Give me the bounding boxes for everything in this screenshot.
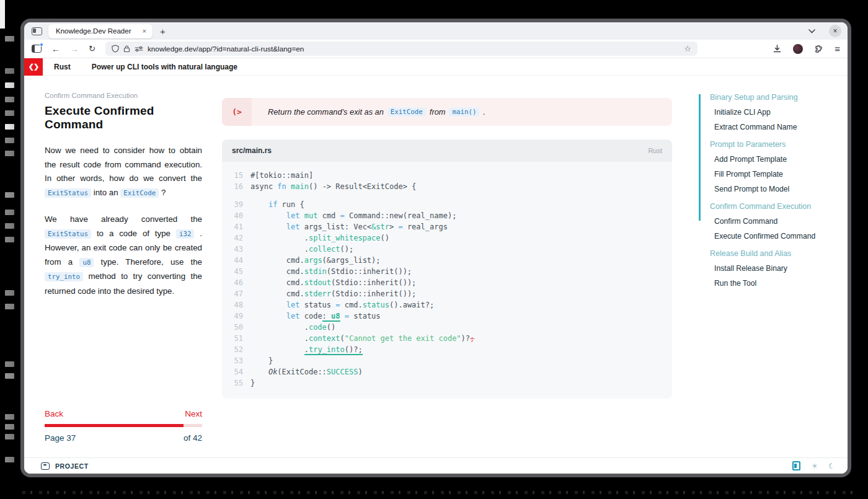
progress-fill xyxy=(45,424,184,427)
tracking-shield-icon[interactable] xyxy=(112,45,119,53)
firefox-view-icon[interactable] xyxy=(32,27,42,35)
code-text: } xyxy=(250,355,273,366)
dock-dot xyxy=(5,68,14,74)
code-line: 50 .code() xyxy=(228,322,662,333)
code-line: 55} xyxy=(228,378,662,389)
page-total: of 42 xyxy=(184,433,202,443)
menu-icon[interactable]: ≡ xyxy=(835,43,840,54)
list-tabs-chevron-icon[interactable] xyxy=(808,29,815,33)
toc-section: Release Build and AliasInstall Release B… xyxy=(710,249,848,288)
notification-dot xyxy=(40,43,43,46)
project-box-icon[interactable] xyxy=(41,462,50,470)
header-language[interactable]: Rust xyxy=(54,63,71,71)
pagination: Back Next Page 37 of 42 xyxy=(45,409,202,443)
callout-text: Return the command’s exit as an ExitCode… xyxy=(252,98,672,126)
dock-dot xyxy=(5,138,14,143)
code-language-badge: Rust xyxy=(648,147,662,154)
toc-item[interactable]: Add Prompt Template xyxy=(710,155,848,164)
toc-item[interactable]: Confirm Command xyxy=(710,217,848,226)
line-number: 45 xyxy=(228,266,243,277)
line-number: 50 xyxy=(228,322,243,333)
toc-item[interactable]: Install Release Binary xyxy=(710,264,848,273)
code-line: 40 let mut cmd = Command::new(real_name)… xyxy=(228,210,662,221)
toc-item[interactable]: Extract Command Name xyxy=(710,123,848,131)
reload-button[interactable]: ↻ xyxy=(89,44,95,53)
code-block: src/main.rs Rust 15#[tokio::main]16async… xyxy=(222,139,672,399)
toc-item[interactable]: Execute Confirmed Command xyxy=(710,232,848,241)
toc-section-title[interactable]: Prompt to Parameters xyxy=(710,140,848,149)
code-text: cmd.args(&args_list); xyxy=(250,255,381,266)
inline-code-chip: ExitCode xyxy=(120,188,159,198)
toc-sections: Binary Setup and ParsingInitialize CLI A… xyxy=(710,93,848,288)
forward-nav-button[interactable]: → xyxy=(70,44,79,54)
toolbar-right-cluster: ≡ xyxy=(761,43,840,54)
dock-dot xyxy=(5,223,14,229)
code-text: let mut cmd = Command::new(real_name); xyxy=(250,210,456,221)
inline-code-chip: ExitStatus xyxy=(45,188,91,198)
code-text: .context("Cannot get the exit code")?; xyxy=(250,333,474,344)
project-label[interactable]: PROJECT xyxy=(55,462,89,470)
toc-item[interactable]: Fill Prompt Template xyxy=(710,170,848,179)
downloads-icon[interactable] xyxy=(773,45,781,53)
lesson-column: Confirm Command Execution Execute Confir… xyxy=(45,76,202,457)
url-text[interactable]: knowledge.dev/app/?id=natural-cli-rust&l… xyxy=(148,45,679,53)
code-text: .try_into()?; xyxy=(250,344,363,355)
toc-section-title[interactable]: Binary Setup and Parsing xyxy=(710,93,848,102)
instruction-callout: (> Return the command’s exit as an ExitC… xyxy=(222,98,672,126)
text-run: Return the command’s exit as an xyxy=(268,107,384,117)
dock-dot xyxy=(5,434,14,439)
inline-code-chip: i32 xyxy=(176,229,195,239)
code-line: 16async fn main() -> Result<ExitCode> { xyxy=(228,181,662,192)
tab-close-icon[interactable]: × xyxy=(141,27,147,35)
reader-mode-icon[interactable] xyxy=(792,461,800,470)
code-line: 15#[tokio::main] xyxy=(228,170,662,181)
code-text: .split_whitespace() xyxy=(250,232,389,244)
line-number: 54 xyxy=(228,366,243,378)
line-number: 40 xyxy=(228,210,243,221)
line-number: 47 xyxy=(228,288,243,299)
knowledge-dev-logo[interactable]: ❮❯ xyxy=(24,58,43,76)
toc-section-title[interactable]: Release Build and Alias xyxy=(710,249,848,258)
status-bar: PROJECT ☀ ☾ xyxy=(24,457,848,474)
sidebar-toggle-icon[interactable] xyxy=(32,45,42,53)
extensions-icon[interactable] xyxy=(815,45,823,53)
toc-section: Prompt to ParametersAdd Prompt TemplateF… xyxy=(710,140,848,193)
toc-item[interactable]: Initialize CLI App xyxy=(710,108,848,117)
code-text: cmd.stderr(Stdio::inherit()); xyxy=(250,288,416,299)
browser-tab[interactable]: Knowledge.Dev Reader × xyxy=(48,24,153,38)
toc-section-title[interactable]: Confirm Command Execution xyxy=(710,202,848,211)
line-number: 16 xyxy=(228,181,243,192)
permissions-icon[interactable] xyxy=(135,46,143,52)
bookmark-star-icon[interactable]: ☆ xyxy=(684,44,691,53)
toc-item[interactable]: Send Prompt to Model xyxy=(710,185,848,193)
account-avatar[interactable] xyxy=(793,44,803,54)
toc-item[interactable]: Run the Tool xyxy=(710,279,848,288)
code-line: 46 cmd.stdout(Stdio::inherit()); xyxy=(228,277,662,288)
light-theme-icon[interactable]: ☀ xyxy=(811,462,818,470)
text-run: from xyxy=(430,107,446,117)
back-button[interactable]: Back xyxy=(45,409,63,418)
dock-dot xyxy=(5,97,14,102)
progress-bar xyxy=(45,424,202,427)
code-line: 54 Ok(ExitCode::SUCCESS) xyxy=(228,366,662,378)
window-close-button[interactable]: × xyxy=(829,25,841,37)
new-tab-button[interactable]: + xyxy=(160,27,166,36)
back-nav-button[interactable]: ← xyxy=(51,44,60,54)
line-number: 43 xyxy=(228,244,243,255)
code-text: async fn main() -> Result<ExitCode> { xyxy=(250,181,416,192)
code-text: cmd.stdout(Stdio::inherit()); xyxy=(250,277,416,288)
dock-dot xyxy=(5,36,14,42)
toc-section: Confirm Command ExecutionConfirm Command… xyxy=(710,202,848,241)
code-line: 51 .context("Cannot get the exit code")?… xyxy=(228,333,662,344)
code-line: 43 .collect(); xyxy=(228,244,662,255)
code-text: if run { xyxy=(250,199,304,210)
dock-dot xyxy=(5,237,14,242)
dark-theme-icon[interactable]: ☾ xyxy=(828,462,835,470)
url-bar[interactable]: knowledge.dev/app/?id=natural-cli-rust&l… xyxy=(105,42,698,56)
code-text: let args_list: Vec<&str> = real_args xyxy=(250,221,448,232)
inline-code-chip: ExitStatus xyxy=(45,229,91,239)
code-line: 47 cmd.stderr(Stdio::inherit()); xyxy=(228,288,662,299)
next-button[interactable]: Next xyxy=(185,409,202,418)
lock-icon[interactable] xyxy=(123,45,130,53)
text-run: into an xyxy=(91,188,120,197)
